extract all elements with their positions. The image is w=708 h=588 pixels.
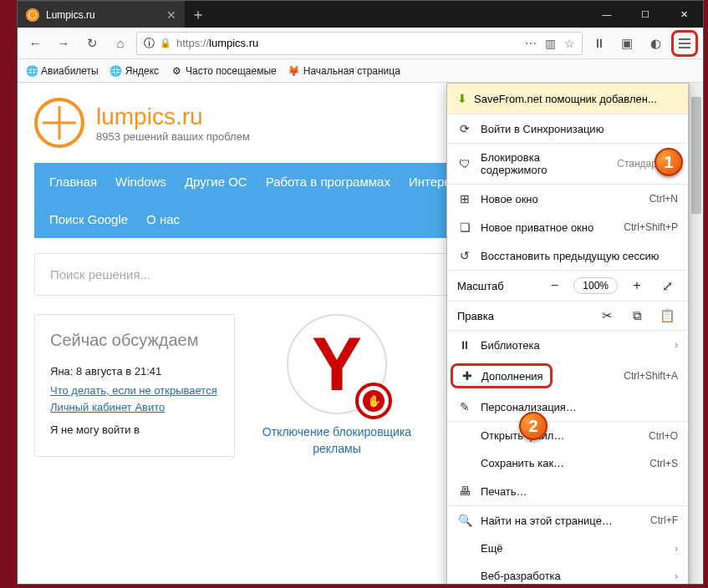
- search-icon: 🔍: [457, 514, 472, 527]
- firefox-icon: 🦊: [288, 65, 300, 77]
- maximize-button[interactable]: ☐: [626, 1, 665, 28]
- discuss-meta: Яна: 8 августа в 21:41: [50, 365, 219, 378]
- app-menu-panel: ⬇ SaveFrom.net помощник добавлен... ⟳ Во…: [446, 83, 689, 584]
- brush-icon: ✎: [457, 400, 472, 413]
- discuss-link[interactable]: Что делать, если не открывается Личный к…: [50, 384, 217, 413]
- nav-link[interactable]: Windows: [115, 175, 166, 189]
- forward-button[interactable]: →: [51, 31, 76, 56]
- menu-open-file[interactable]: Открыть файл… Ctrl+O: [447, 421, 688, 449]
- bookmark-item[interactable]: ⚙Часто посещаемые: [171, 65, 277, 77]
- discuss-title: Сейчас обсуждаем: [50, 330, 219, 350]
- cut-button[interactable]: ✂: [596, 308, 618, 323]
- menu-sync[interactable]: ⟳ Войти в Синхронизацию: [447, 114, 688, 143]
- article-card[interactable]: Y Отключение блокировщика рекламы: [253, 314, 420, 457]
- discuss-tail: Я не могу войти в: [50, 423, 219, 436]
- nav-link[interactable]: Другие ОС: [185, 175, 247, 189]
- shield-icon: 🛡: [457, 157, 472, 170]
- globe-icon: 🌐: [26, 65, 38, 77]
- page-actions-icon[interactable]: ⋯: [525, 37, 537, 50]
- nav-link[interactable]: Главная: [49, 175, 97, 189]
- print-icon: 🖶: [457, 484, 472, 498]
- globe-icon: 🌐: [110, 65, 122, 77]
- back-button[interactable]: ←: [23, 31, 48, 56]
- callout-1: 1: [655, 148, 683, 176]
- menu-customize[interactable]: ✎ Персонализация…: [447, 393, 688, 421]
- callout-2: 2: [519, 412, 548, 440]
- tab-favicon: [26, 8, 39, 22]
- gear-icon: ⚙: [171, 65, 182, 77]
- menu-save-as[interactable]: Сохранить как… Ctrl+S: [447, 449, 688, 477]
- window-icon: ⊞: [457, 192, 472, 205]
- discuss-card: Сейчас обсуждаем Яна: 8 августа в 21:41 …: [34, 314, 235, 457]
- scrollbar[interactable]: [689, 83, 703, 584]
- menu-zoom: Масштаб − 100% + ⤢: [447, 270, 688, 301]
- yandex-adblock-icon: Y: [287, 314, 387, 414]
- sidebar-icon[interactable]: ▣: [614, 31, 639, 56]
- menu-print[interactable]: 🖶 Печать…: [447, 477, 688, 505]
- minimize-button[interactable]: —: [588, 1, 626, 28]
- bookmark-item[interactable]: 🦊Начальная страница: [288, 65, 400, 77]
- mask-icon: ❏: [457, 220, 472, 234]
- zoom-value[interactable]: 100%: [573, 277, 618, 294]
- menu-new-window[interactable]: ⊞ Новое окно Ctrl+N: [447, 184, 688, 213]
- menu-find[interactable]: 🔍 Найти на этой странице… Ctrl+F: [447, 505, 688, 535]
- nav-link[interactable]: О нас: [146, 212, 180, 226]
- active-tab[interactable]: Lumpics.ru ✕: [18, 1, 185, 28]
- menu-new-private[interactable]: ❏ Новое приватное окно Ctrl+Shift+P: [447, 213, 688, 241]
- url-text: https://lumpics.ru: [176, 37, 258, 49]
- menu-restore-session[interactable]: ↺ Восстановить предыдущую сессию: [447, 241, 688, 270]
- tab-close-icon[interactable]: ✕: [166, 8, 176, 22]
- site-logo: [34, 98, 84, 148]
- account-icon[interactable]: ◐: [643, 31, 668, 56]
- library-icon: ⏸: [457, 338, 472, 352]
- menu-addons[interactable]: ✚ Дополнения Ctrl+Shift+A: [447, 359, 688, 393]
- site-tagline: 8953 решений ваших проблем: [96, 130, 250, 143]
- bookmark-item[interactable]: 🌐Авиабилеты: [26, 65, 99, 77]
- menu-library[interactable]: ⏸ Библиотека ›: [447, 330, 688, 359]
- chevron-right-icon: ›: [675, 543, 678, 555]
- menu-banner[interactable]: ⬇ SaveFrom.net помощник добавлен...: [447, 84, 688, 114]
- nav-toolbar: ← → ↻ ⌂ ⓘ 🔒 https://lumpics.ru ⋯ ▥ ☆ ⏸ ▣…: [18, 28, 703, 59]
- chevron-right-icon: ›: [675, 339, 678, 351]
- bookmark-item[interactable]: 🌐Яндекс: [110, 65, 159, 77]
- menu-edit: Правка ✂ ⧉ 📋: [447, 301, 688, 330]
- nav-link[interactable]: Работа в программах: [266, 175, 390, 189]
- menu-webdev[interactable]: Веб-разработка ›: [447, 562, 688, 584]
- app-menu-button[interactable]: [671, 30, 698, 57]
- tab-title: Lumpics.ru: [46, 9, 160, 21]
- reload-button[interactable]: ↻: [79, 31, 104, 56]
- chevron-right-icon: ›: [675, 570, 678, 582]
- bookmark-star-icon[interactable]: ☆: [564, 37, 575, 50]
- copy-button[interactable]: ⧉: [626, 308, 648, 323]
- new-tab-button[interactable]: ＋: [185, 1, 211, 28]
- nav-link[interactable]: Поиск Google: [49, 212, 128, 226]
- window-controls: — ☐ ✕: [588, 1, 703, 28]
- reader-icon[interactable]: ▥: [545, 37, 556, 50]
- home-button[interactable]: ⌂: [108, 31, 133, 56]
- page-content: lumpics.ru 8953 решений ваших проблем Гл…: [18, 83, 703, 584]
- titlebar: Lumpics.ru ✕ ＋ — ☐ ✕: [18, 1, 703, 28]
- menu-more[interactable]: Ещё ›: [447, 535, 688, 562]
- zoom-in-button[interactable]: +: [626, 278, 648, 293]
- restore-icon: ↺: [457, 249, 472, 262]
- fullscreen-button[interactable]: ⤢: [656, 278, 678, 294]
- sync-icon: ⟳: [457, 122, 472, 135]
- zoom-out-button[interactable]: −: [543, 278, 565, 293]
- download-icon: ⬇: [457, 92, 467, 105]
- paste-button[interactable]: 📋: [656, 308, 678, 323]
- url-bar[interactable]: ⓘ 🔒 https://lumpics.ru ⋯ ▥ ☆: [136, 32, 583, 55]
- lock-icon: 🔒: [160, 38, 171, 48]
- info-icon[interactable]: ⓘ: [144, 36, 155, 51]
- library-icon[interactable]: ⏸: [586, 31, 611, 56]
- article-title: Отключение блокировщика рекламы: [253, 424, 420, 457]
- hamburger-icon: [675, 34, 694, 53]
- site-brand: lumpics.ru: [96, 104, 250, 130]
- close-button[interactable]: ✕: [665, 1, 703, 28]
- firefox-window: Lumpics.ru ✕ ＋ — ☐ ✕ ← → ↻ ⌂ ⓘ 🔒 https:/…: [17, 0, 704, 585]
- bookmarks-bar: 🌐Авиабилеты 🌐Яндекс ⚙Часто посещаемые 🦊Н…: [18, 59, 703, 83]
- puzzle-icon: ✚: [460, 369, 475, 383]
- menu-content-blocking[interactable]: 🛡 Блокировка содержимого Стандартная: [447, 143, 688, 184]
